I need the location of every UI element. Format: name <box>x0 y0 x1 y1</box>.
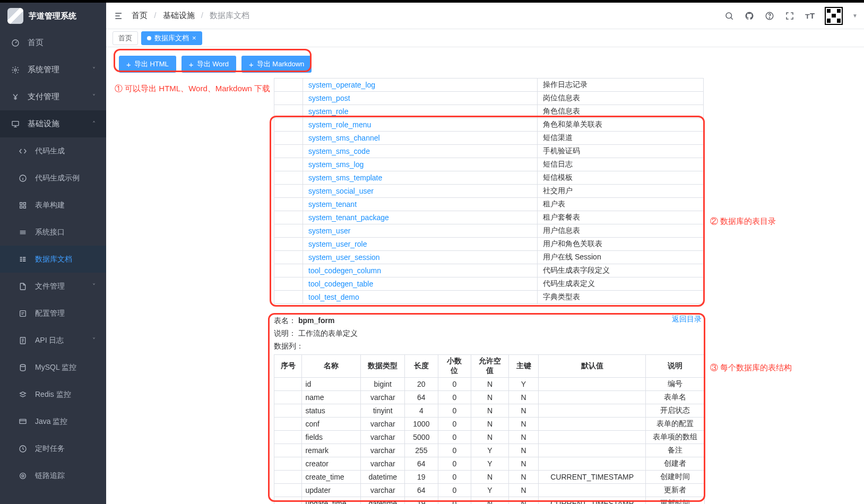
clock-icon <box>18 444 28 454</box>
sidebar-item-0[interactable]: 首页 <box>0 29 106 56</box>
grid-icon <box>18 201 28 210</box>
sidebar-item-7[interactable]: 系统接口 <box>0 219 106 246</box>
table-link[interactable]: system_sms_log <box>303 158 538 171</box>
table-link[interactable]: tool_test_demo <box>303 291 538 304</box>
sidebar-item-10[interactable]: 配置管理 <box>0 300 106 327</box>
breadcrumb-item[interactable]: 基础设施 <box>163 11 195 20</box>
sidebar-item-label: 配置管理 <box>35 309 65 318</box>
table-link[interactable]: system_user <box>303 224 538 238</box>
sidebar-item-6[interactable]: 表单构建 <box>0 192 106 219</box>
svg-rect-7 <box>23 206 25 208</box>
table-detail: 返回目录 表名： bpm_form 说明： 工作流的表单定义 数据列： 序号名称… <box>274 315 705 504</box>
sidebar-item-label: 代码生成 <box>35 146 65 156</box>
help-icon[interactable] <box>764 11 775 21</box>
user-dropdown-icon[interactable]: ▼ <box>852 13 858 19</box>
table-link[interactable]: system_tenant_package <box>303 211 538 224</box>
table-link[interactable]: system_role_menu <box>303 118 538 132</box>
sidebar-item-2[interactable]: 支付管理˅ <box>0 83 106 110</box>
sidebar-item-8[interactable]: 数据库文档 <box>0 246 106 273</box>
sidebar-item-13[interactable]: Redis 监控 <box>0 381 106 408</box>
col-header: 长度 <box>405 355 438 378</box>
sidebar-item-3[interactable]: 基础设施˄ <box>0 110 106 137</box>
menu-toggle-icon[interactable] <box>114 11 124 21</box>
table-desc: 短信模板 <box>538 171 704 185</box>
sidebar-item-16[interactable]: 链路追踪 <box>0 462 106 489</box>
svg-rect-5 <box>23 202 25 204</box>
breadcrumb-item[interactable]: 首页 <box>132 11 148 20</box>
table-row: system_tenant租户表 <box>274 198 704 211</box>
font-size-icon[interactable]: ᴛT <box>805 11 815 21</box>
col-header: 默认值 <box>539 355 646 378</box>
table-row: system_user用户信息表 <box>274 224 704 238</box>
svg-rect-11 <box>23 257 25 258</box>
table-link[interactable]: system_operate_log <box>303 79 538 92</box>
table-desc: 用户信息表 <box>538 224 704 238</box>
table-desc: 用户在线 Session <box>538 251 704 264</box>
trace-icon <box>18 471 28 481</box>
search-icon[interactable] <box>724 11 735 21</box>
table-row: system_sms_template短信模板 <box>274 171 704 185</box>
sidebar-item-label: Redis 监控 <box>35 390 71 399</box>
export-markdown-button[interactable]: +导出 Markdown <box>241 56 312 73</box>
export-html-button[interactable]: +导出 HTML <box>119 56 176 73</box>
table-row: creatorvarchar640YN创建者 <box>274 457 705 471</box>
table-row: system_sms_channel短信渠道 <box>274 132 704 145</box>
table-of-contents: system_operate_log操作日志记录system_post岗位信息表… <box>274 78 704 304</box>
main-content: +导出 HTML +导出 Word +导出 Markdown system_op… <box>106 47 864 504</box>
table-link[interactable]: system_social_user <box>303 185 538 198</box>
yen-icon <box>11 92 20 102</box>
tab-home[interactable]: 首页 <box>113 31 138 45</box>
svg-rect-6 <box>20 206 22 208</box>
chevron-down-icon: ˅ <box>92 337 96 344</box>
sidebar-item-4[interactable]: 代码生成 <box>0 137 106 164</box>
fullscreen-icon[interactable] <box>784 11 795 21</box>
table-link[interactable]: system_post <box>303 92 538 105</box>
sidebar-item-5[interactable]: 代码生成示例 <box>0 164 106 192</box>
api-icon <box>18 228 28 237</box>
svg-rect-14 <box>20 310 26 316</box>
sidebar-item-9[interactable]: 文件管理˅ <box>0 273 106 300</box>
table-link[interactable]: system_tenant <box>303 198 538 211</box>
table-desc: 用户和角色关联表 <box>538 238 704 251</box>
sidebar-item-14[interactable]: Java 监控 <box>0 408 106 435</box>
plus-icon: + <box>189 60 194 69</box>
sidebar-item-15[interactable]: 定时任务 <box>0 435 106 462</box>
github-icon[interactable] <box>744 11 755 21</box>
table-row: system_tenant_package租户套餐表 <box>274 211 704 224</box>
chevron-down-icon: ˅ <box>92 66 96 74</box>
table-link[interactable]: tool_codegen_column <box>303 264 538 277</box>
table-link[interactable]: system_user_session <box>303 251 538 264</box>
svg-point-24 <box>726 13 732 19</box>
tab-db-doc[interactable]: 数据库文档× <box>141 31 202 45</box>
svg-point-19 <box>22 475 24 477</box>
table-link[interactable]: system_sms_channel <box>303 132 538 145</box>
sidebar-item-label: 数据库文档 <box>35 255 72 264</box>
table-row: statustinyint40NN开启状态 <box>274 404 705 418</box>
table-desc: 租户表 <box>538 198 704 211</box>
table-link[interactable]: system_sms_code <box>303 145 538 158</box>
table-link[interactable]: system_user_role <box>303 238 538 251</box>
table-row: system_user_session用户在线 Session <box>274 251 704 264</box>
sidebar-item-12[interactable]: MySQL 监控 <box>0 354 106 381</box>
log-icon <box>18 336 28 345</box>
sidebar-item-11[interactable]: API 日志˅ <box>0 327 106 354</box>
table-desc: 岗位信息表 <box>538 92 704 105</box>
back-to-toc-link[interactable]: 返回目录 <box>672 315 702 324</box>
col-header: 说明 <box>645 355 704 378</box>
export-word-button[interactable]: +导出 Word <box>182 56 236 73</box>
table-desc: 短信渠道 <box>538 132 704 145</box>
close-icon[interactable]: × <box>192 34 196 42</box>
table-link[interactable]: system_role <box>303 105 538 118</box>
table-link[interactable]: tool_codegen_table <box>303 277 538 291</box>
chevron-up-icon: ˄ <box>92 120 96 128</box>
table-desc: 字典类型表 <box>538 291 704 304</box>
sidebar-item-1[interactable]: 系统管理˅ <box>0 56 106 83</box>
qr-code-icon[interactable] <box>825 7 843 25</box>
table-row: system_user_role用户和角色关联表 <box>274 238 704 251</box>
table-link[interactable]: system_sms_template <box>303 171 538 185</box>
sidebar-item-label: 基础设施 <box>28 119 59 129</box>
table-row: confvarchar10000NN表单的配置 <box>274 418 705 431</box>
svg-rect-12 <box>23 258 25 259</box>
col-header: 序号 <box>274 355 302 378</box>
svg-point-27 <box>769 18 770 18</box>
